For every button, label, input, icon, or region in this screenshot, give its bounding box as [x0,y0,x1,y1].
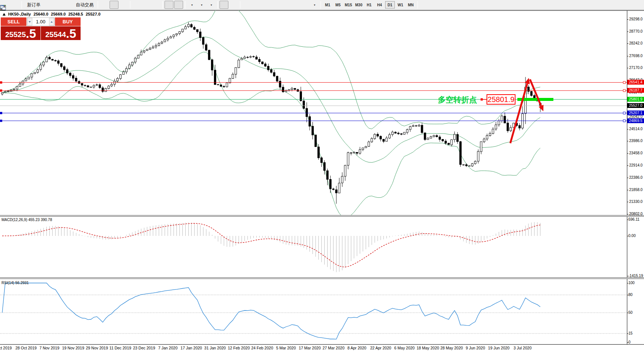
sell-price-main: 25525 [5,30,26,39]
text-label-button[interactable]: T [300,1,309,9]
chart-title: HK50-,Daily 25640.0 25669.0 25248.5 2552… [3,12,102,16]
trendline-button[interactable] [261,1,270,9]
macd-axis-value: 0.00 [628,234,635,238]
zoom-in-button[interactable] [132,1,141,9]
timeframe-m15[interactable]: M15 [344,1,353,9]
auto-scroll-button[interactable] [165,1,173,9]
periods-button[interactable]: ▾ [197,1,206,9]
price-tick: 21330.0 [629,200,643,204]
macd-panel-canvas[interactable] [0,217,627,277]
svg-text:25801.9: 25801.9 [488,95,514,103]
price-tick: 27170.0 [629,66,643,70]
fibonacci-button[interactable]: F [281,1,290,9]
toolbar: 新订单自动交易▾▾▾EFAT▾M1M5M15M30H1H4D1W1MN [0,0,644,10]
chat-button[interactable] [634,1,643,9]
rsi-axis-value: 0 [628,340,631,344]
timeframe-d1[interactable]: D1 [385,1,395,9]
price-tick-mark [627,129,628,129]
price-tick-mark [627,19,628,20]
chart-shift-button[interactable] [174,1,183,9]
rsi-axis-value: 80 [628,293,632,297]
volume-increase-button[interactable] [49,18,54,26]
price-tick-mark [627,68,628,68]
price-axis-border [627,10,627,344]
horizontal-line-button[interactable] [252,1,261,9]
arrows-button[interactable]: ▾ [310,1,319,9]
price-tick-mark [627,153,628,154]
ohlc-high: 25669.0 [51,12,66,16]
timeframe-mn[interactable]: MN [406,1,416,9]
price-tick: 29298.0 [629,17,643,21]
ohlc-open: 25640.0 [33,12,48,16]
toolbar-separator [321,1,321,9]
equidistant-channel-button[interactable]: E [271,1,280,9]
price-level-label: 25527.0 [627,103,644,108]
new-order-button[interactable]: 新订单 [24,1,43,9]
auto-trading-label: 自动交易 [76,2,94,8]
line-chart-button[interactable] [119,1,128,9]
buy-button[interactable]: BUY [55,17,81,26]
toolbar-separator [217,1,218,9]
macd-label: MACD(12,26,9) 455.23 390.78 [1,218,52,222]
rsi-label: RSI(14) 56.2931 [1,281,29,285]
toolbar-separator [162,1,163,9]
tile-windows-button[interactable] [152,1,160,9]
timeframe-h4[interactable]: H4 [375,1,384,9]
auto-trading-button[interactable]: 自动交易 [72,1,96,9]
price-tick: 20802.0 [629,212,643,216]
macd-axis-value: -1415.19 [628,274,643,278]
price-level-label: 26541.4 [627,80,644,85]
price-tick-mark [627,178,628,178]
chart-bottom-border [0,344,644,345]
mt4-window: 新订单自动交易▾▾▾EFAT▾M1M5M15M30H1H4D1W1MN 2580… [0,0,644,352]
rsi-axis-value: 15 [628,331,632,335]
tester-button[interactable] [53,1,62,9]
buy-price[interactable]: 25544 .5 [41,26,81,40]
cursor-button[interactable] [219,1,228,9]
toolbar-separator [98,1,98,9]
toolbar-separator [240,1,240,9]
volume-decrease-button[interactable] [27,18,32,26]
sell-button[interactable]: SELL [1,17,26,26]
templates-button[interactable]: ▾ [206,1,215,9]
search-button[interactable] [624,1,633,9]
metaeditor-button[interactable] [43,1,52,9]
vertical-line-button[interactable] [242,1,251,9]
price-tick: 21858.0 [629,188,643,192]
toolbar-separator [130,1,130,9]
price-level-label: 25207.1 [627,111,644,115]
main-chart-canvas[interactable]: 25801.9多空转折点 [0,10,627,215]
price-tick: 22914.0 [629,163,643,167]
zoom-out-button[interactable] [142,1,151,9]
crosshair-button[interactable] [229,1,238,9]
price-tick-mark [627,214,628,214]
indicators-button[interactable]: ▾ [187,1,196,9]
volume-stepper [27,17,54,26]
price-tick: 28242.0 [629,41,643,45]
rsi-panel-canvas[interactable] [0,279,627,344]
price-tick-mark [627,32,628,32]
volume-input[interactable] [32,18,49,26]
collapse-icon[interactable] [3,13,6,16]
price-tick-mark [627,56,628,56]
ohlc-low: 25248.5 [68,12,83,16]
candlestick-button[interactable] [110,1,118,9]
timeframe-m5[interactable]: M5 [333,1,343,9]
price-tick: 24514.0 [629,127,643,131]
bar-chart-button[interactable] [100,1,109,9]
ohlc-close: 25527.0 [86,12,101,16]
text-button[interactable]: A [290,1,299,9]
price-tick-mark [627,165,628,166]
sell-price[interactable]: 25525 .5 [1,26,40,40]
rsi-axis-value: 50 [628,310,632,315]
price-tick: 23458.0 [629,151,643,155]
market-watch-button[interactable] [11,1,20,9]
timeframe-m1[interactable]: M1 [323,1,332,9]
price-level-label: 24869.5 [627,118,644,123]
timeframe-h1[interactable]: H1 [364,1,374,9]
price-tick: 28770.0 [629,29,643,33]
timeframe-m30[interactable]: M30 [354,1,364,9]
buy-price-frac: .5 [66,28,77,39]
timeframe-w1[interactable]: W1 [396,1,405,9]
signal-button[interactable] [63,1,72,9]
